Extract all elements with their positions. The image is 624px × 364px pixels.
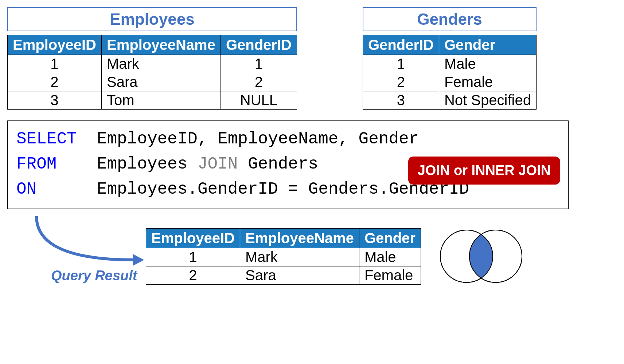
- col-header: EmployeeID: [8, 35, 102, 55]
- table-row: 2 Sara Female: [146, 266, 421, 284]
- result-table: EmployeeID EmployeeName Gender 1 Mark Ma…: [146, 228, 421, 285]
- table-row: 1 Male: [363, 55, 536, 73]
- employees-title: Employees: [7, 7, 297, 31]
- employees-table: EmployeeID EmployeeName GenderID 1 Mark …: [7, 35, 297, 110]
- table-row: 1 Mark 1: [8, 55, 297, 73]
- cell: 2: [146, 266, 240, 284]
- cell: Tom: [101, 91, 221, 110]
- genders-title: Genders: [363, 7, 537, 31]
- cell: Mark: [101, 55, 221, 73]
- join-type-badge: JOIN or INNER JOIN: [408, 157, 560, 185]
- sql-keyword-join: JOIN: [198, 155, 238, 174]
- cell: Mark: [240, 248, 359, 266]
- arrow-icon: [7, 216, 146, 296]
- cell: Male: [359, 248, 421, 266]
- col-header: EmployeeName: [240, 228, 359, 248]
- cell: 3: [363, 91, 439, 110]
- cell: 2: [221, 73, 297, 91]
- sql-keyword-on: ON: [16, 180, 36, 199]
- table-row: 3 Tom NULL: [8, 91, 297, 110]
- cell: 1: [363, 55, 439, 73]
- sql-from-t1: Employees: [97, 155, 198, 174]
- sql-select-line: SELECT EmployeeID, EmployeeName, Gender: [16, 127, 559, 152]
- col-header: Gender: [359, 228, 421, 248]
- genders-table: GenderID Gender 1 Male 2 Female 3 Not Sp…: [363, 35, 537, 110]
- col-header: Gender: [439, 35, 536, 55]
- cell: Female: [439, 73, 536, 91]
- sql-select-cols: EmployeeID, EmployeeName, Gender: [97, 130, 419, 149]
- sql-query-box: SELECT EmployeeID, EmployeeName, Gender …: [7, 120, 569, 209]
- col-header: EmployeeName: [101, 35, 221, 55]
- table-row: 3 Not Specified: [363, 91, 536, 110]
- sql-keyword-select: SELECT: [16, 130, 77, 149]
- sql-keyword-from: FROM: [16, 155, 56, 174]
- col-header: GenderID: [363, 35, 439, 55]
- svg-marker-0: [133, 254, 144, 266]
- result-arrow: Query Result: [7, 216, 146, 296]
- table-row: 1 Mark Male: [146, 248, 421, 266]
- venn-icon: [436, 223, 527, 289]
- cell: Sara: [240, 266, 359, 284]
- result-table-block: EmployeeID EmployeeName Gender 1 Mark Ma…: [146, 228, 421, 285]
- table-row: 2 Sara 2: [8, 73, 297, 91]
- col-header: EmployeeID: [146, 228, 240, 248]
- cell: 1: [221, 55, 297, 73]
- genders-table-block: Genders GenderID Gender 1 Male 2 Female …: [363, 7, 537, 110]
- cell: 1: [8, 55, 102, 73]
- cell: Sara: [101, 73, 221, 91]
- employees-table-block: Employees EmployeeID EmployeeName Gender…: [7, 7, 297, 110]
- col-header: GenderID: [221, 35, 297, 55]
- cell: 2: [8, 73, 102, 91]
- cell: 2: [363, 73, 439, 91]
- venn-diagram: [436, 223, 527, 289]
- cell: 3: [8, 91, 102, 110]
- query-result-label: Query Result: [51, 268, 137, 284]
- table-row: 2 Female: [363, 73, 536, 91]
- cell: Male: [439, 55, 536, 73]
- cell: Not Specified: [439, 91, 536, 110]
- cell: NULL: [221, 91, 297, 110]
- cell: Female: [359, 266, 421, 284]
- sql-from-t2: Genders: [238, 155, 318, 174]
- cell: 1: [146, 248, 240, 266]
